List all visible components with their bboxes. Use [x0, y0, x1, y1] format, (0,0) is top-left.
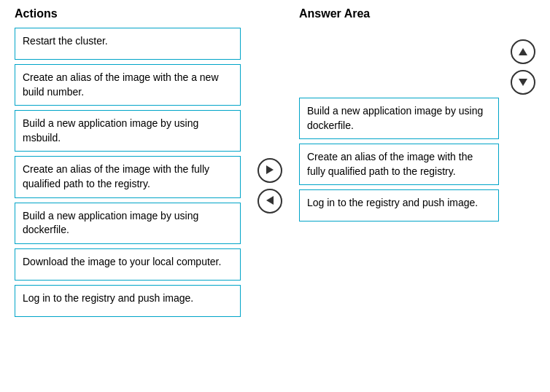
move-right-button[interactable] [257, 158, 282, 183]
answer-item-1[interactable]: Build a new application image by using d… [299, 98, 499, 139]
answer-area-title: Answer Area [299, 7, 370, 20]
action-item-7[interactable]: Log in to the registry and push image. [15, 285, 241, 317]
action-item-4[interactable]: Create an alias of the image with the fu… [15, 156, 241, 197]
action-item-5[interactable]: Build a new application image by using d… [15, 203, 241, 244]
answer-item-3[interactable]: Log in to the registry and push image. [299, 189, 499, 222]
arrow-right-icon [266, 164, 274, 177]
action-item-6[interactable]: Download the image to your local compute… [15, 248, 241, 281]
move-left-button[interactable] [257, 189, 282, 213]
actions-title: Actions [15, 7, 241, 20]
arrow-down-icon [519, 76, 527, 89]
move-down-button[interactable] [511, 70, 535, 95]
answer-list: Build a new application image by using d… [299, 98, 535, 226]
move-up-button[interactable] [511, 39, 535, 64]
action-item-3[interactable]: Build a new application image by using m… [15, 110, 241, 152]
arrow-left-icon [266, 195, 274, 208]
answer-item-2[interactable]: Create an alias of the image with the fu… [299, 144, 499, 185]
actions-list: Restart the cluster. Create an alias of … [15, 28, 241, 317]
action-item-2[interactable]: Create an alias of the image with the a … [15, 64, 241, 106]
arrow-up-icon [519, 45, 527, 58]
action-item-1[interactable]: Restart the cluster. [15, 28, 241, 60]
